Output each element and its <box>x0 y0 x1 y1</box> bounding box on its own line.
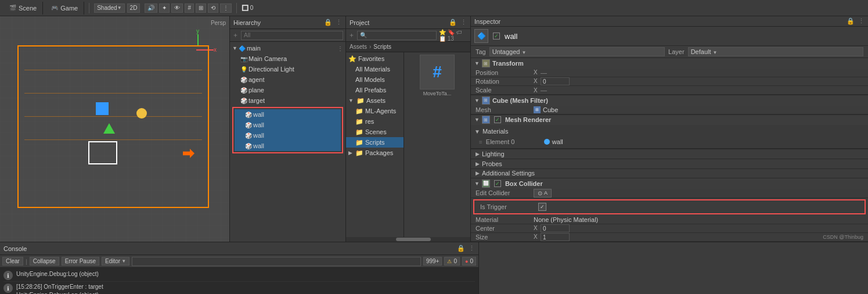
tree-item-agent[interactable]: 🎲 agent <box>230 74 345 85</box>
project-menu[interactable]: ⋮ <box>460 19 467 26</box>
editor-dropdown[interactable]: Editor ▼ <box>102 257 129 266</box>
console-panel: Console 🔒 ⋮ Clear | Collapse Error Pause… <box>0 242 479 294</box>
project-lock[interactable]: 🔒 <box>449 19 457 26</box>
inspector-lock[interactable]: 🔒 <box>847 17 855 25</box>
audio-button[interactable]: 🔊 <box>145 3 157 13</box>
console-log-0[interactable]: ℹ UnityEngine.Debug:Log (object) <box>3 269 475 282</box>
folder-scripts[interactable]: 📁 Scripts <box>346 137 404 148</box>
inspector-menu[interactable]: ⋮ <box>858 17 865 25</box>
res-folder-icon: 📁 <box>355 118 363 126</box>
gizmo-button[interactable]: ⟲ <box>208 3 218 13</box>
project-search[interactable] <box>357 31 437 40</box>
project-scrollbar-thumb[interactable] <box>396 238 431 241</box>
tab-game[interactable]: 🎮 Game <box>45 2 84 15</box>
2d-button[interactable]: 2D <box>127 3 141 13</box>
csdn-label: CSDN @Thinbug <box>823 234 863 240</box>
tree-item-target[interactable]: 🎲 target <box>230 95 345 106</box>
hierarchy-search[interactable] <box>241 31 343 40</box>
hierarchy-lock[interactable]: 🔒 <box>324 19 332 26</box>
shaded-dropdown[interactable]: Shaded ▼ <box>94 3 124 13</box>
size-label-lbl: Size <box>476 234 534 241</box>
scene-canvas[interactable]: y x <box>0 16 229 242</box>
object-icon: 🔷 <box>474 29 488 43</box>
folder-all-materials[interactable]: All Materials <box>346 64 404 74</box>
project-main-area: # MoveToTa... <box>404 52 470 237</box>
project-scrollbar[interactable] <box>346 237 470 242</box>
tag-dropdown[interactable]: Untagged ▼ <box>489 47 665 56</box>
console-menu[interactable]: ⋮ <box>469 245 475 252</box>
hierarchy-add[interactable]: ＋ <box>232 31 239 40</box>
scripts-breadcrumb[interactable]: Scripts <box>373 44 391 50</box>
tree-item-wall-3[interactable]: 🎲 wall <box>235 130 341 141</box>
inspector-object-header: 🔷 ✓ wall <box>471 27 868 46</box>
yellow-sphere-object <box>136 108 147 119</box>
tag-layer-row: Tag Untagged ▼ Layer Default ▼ <box>471 46 868 58</box>
snap-button[interactable]: ⊞ <box>196 3 206 13</box>
mesh-renderer-title: Mesh Renderer <box>505 116 551 123</box>
tree-item-main[interactable]: ▼ 🔷 main ⋮ <box>230 43 345 53</box>
folder-packages[interactable]: ▶ 📁 Packages <box>346 148 404 158</box>
tab-scene[interactable]: 🎬 Scene <box>3 2 43 15</box>
console-search[interactable] <box>132 257 421 266</box>
position-x-field: X — <box>534 69 547 76</box>
main-camera-label: Main Camera <box>248 55 287 62</box>
fx-button[interactable]: ✦ <box>159 3 170 13</box>
folder-scenes[interactable]: 📁 Scenes <box>346 127 404 137</box>
project-icons: ⭐ 🔖 🏷 📋 13 <box>439 29 468 42</box>
mesh-filter-title: Cube (Mesh Filter) <box>492 97 548 104</box>
count-999-val: 999+ <box>426 258 440 264</box>
hierarchy-menu[interactable]: ⋮ <box>336 19 342 26</box>
edit-collider-button[interactable]: ⊙ A <box>534 189 552 198</box>
settings-button[interactable]: ⋮ <box>220 3 232 13</box>
wall3-label: wall <box>253 132 264 139</box>
wall-material-container: wall <box>544 138 563 145</box>
folder-favorites[interactable]: ⭐ Favorites <box>346 53 404 64</box>
folder-ml-agents[interactable]: 📁 ML-Agents <box>346 106 404 116</box>
tree-item-wall-4[interactable]: 🎲 wall <box>235 141 341 151</box>
tree-item-wall-1[interactable]: 🎲 wall <box>235 109 341 120</box>
size-x-val[interactable]: 1 <box>541 233 570 241</box>
center-x-val[interactable]: 0 <box>541 224 570 232</box>
script-asset-item[interactable]: # MoveToTa... <box>406 55 468 96</box>
grid-button[interactable]: # <box>185 3 194 13</box>
wall4-icon: 🎲 <box>245 143 252 149</box>
folder-all-prefabs[interactable]: All Prefabs <box>346 85 404 95</box>
mesh-renderer-header[interactable]: ▼ ⊞ ✓ Mesh Renderer <box>471 114 868 125</box>
scene-vis-button[interactable]: 👁 <box>171 3 183 13</box>
console-log-1[interactable]: ℹ [15:28:26] OnTriggerEnter : target Uni… <box>3 282 475 294</box>
mesh-renderer-checkbox[interactable]: ✓ <box>494 116 501 123</box>
console-lock[interactable]: 🔒 <box>457 245 465 252</box>
box-collider-checkbox[interactable]: ✓ <box>494 180 501 187</box>
lighting-section[interactable]: ▶ Lighting <box>471 149 868 159</box>
error-pause-button[interactable]: Error Pause <box>62 257 99 266</box>
element-label: Element 0 <box>486 138 544 145</box>
clear-button[interactable]: Clear <box>2 257 23 266</box>
transform-title: Transform <box>492 60 524 67</box>
is-trigger-checkbox[interactable]: ✓ <box>538 203 546 211</box>
tree-item-plane[interactable]: 🎲 plane <box>230 85 345 95</box>
project-add[interactable]: ＋ <box>348 31 355 40</box>
res-label: res <box>365 118 374 125</box>
assets-breadcrumb[interactable]: Assets <box>350 44 367 50</box>
folder-all-models[interactable]: All Models <box>346 74 404 85</box>
tree-item-main-camera[interactable]: 📷 Main Camera <box>230 53 345 64</box>
transform-header[interactable]: ▼ ⊞ Transform <box>471 58 868 68</box>
object-enabled-checkbox[interactable]: ✓ <box>493 33 500 40</box>
tree-item-directional-light[interactable]: 💡 Directional Light <box>230 64 345 74</box>
additional-settings-section[interactable]: ▶ Additional Settings <box>471 168 868 178</box>
object-name: wall <box>505 32 517 41</box>
main-menu[interactable]: ⋮ <box>337 45 343 52</box>
folder-res[interactable]: 📁 res <box>346 116 404 127</box>
console-content: ℹ UnityEngine.Debug:Log (object) ℹ [15:2… <box>0 268 478 294</box>
layer-dropdown[interactable]: Default ▼ <box>688 47 863 56</box>
materials-header: ▼ Materials <box>474 126 865 137</box>
probes-section[interactable]: ▶ Probes <box>471 159 868 168</box>
rot-x-val[interactable]: 0 <box>541 77 570 85</box>
folder-assets[interactable]: ▼ 📁 Assets <box>346 95 404 106</box>
box-collider-header[interactable]: ▼ ⬜ ✓ Box Collider <box>471 178 868 188</box>
mesh-filter-header[interactable]: ▼ ⊞ Cube (Mesh Filter) <box>471 95 868 105</box>
collapse-button[interactable]: Collapse <box>30 257 59 266</box>
tree-item-wall-2[interactable]: 🎲 wall <box>235 120 341 130</box>
probes-arrow: ▶ <box>476 161 480 167</box>
size-x-lbl: X <box>534 234 539 240</box>
